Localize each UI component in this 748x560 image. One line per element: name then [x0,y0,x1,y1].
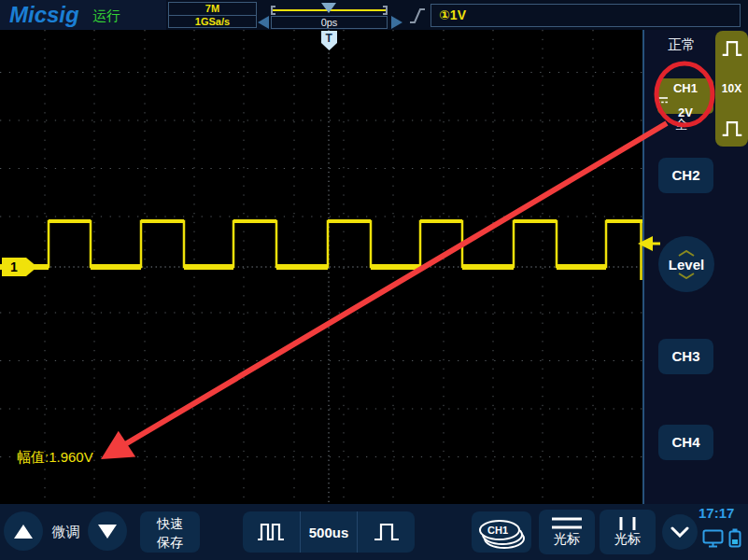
memory-depth: 7M [169,3,256,15]
chevron-down-icon [670,526,690,538]
cursor-v-label: 光标 [614,531,641,548]
fine-adjust-label: 微调 [45,504,87,560]
trigger-position-slider[interactable] [321,3,336,13]
acquisition-info-box[interactable]: 7M 1GSa/s [168,2,257,28]
ch1-label: CH1 [673,81,698,95]
probe-attenuation[interactable]: 10X [722,82,741,95]
svg-text:CH1: CH1 [487,525,508,536]
ch1-scale-button[interactable]: CH1 2V [657,78,713,114]
pan-right-icon[interactable] [391,16,402,29]
top-status-bar: Micsig 运行 7M 1GSa/s 0ps ①1V [0,0,748,30]
trigger-position-marker[interactable]: T [321,31,337,50]
battery-icon [728,528,741,548]
right-control-sidebar: 正常 CH1 2V 全 10X CH2 Level [642,30,748,504]
chevron-up-icon [676,250,697,257]
display-icon [702,529,724,548]
horizontal-position-bar[interactable] [271,3,388,15]
double-pulse-icon [256,522,286,542]
fine-adjust-down-button[interactable] [88,511,127,551]
ch4-button[interactable]: CH4 [658,425,713,460]
quick-save-line2: 保存 [140,533,200,552]
dc-coupling-icon [657,96,668,105]
ch2-button[interactable]: CH2 [658,158,713,193]
triangle-up-icon [14,525,33,539]
trigger-mode-status: 正常 [644,36,719,54]
chevron-down-icon [676,273,697,279]
waveform-layer: T 1 [0,30,642,504]
horizontal-position-value[interactable]: 0ps [271,16,388,29]
quick-save-button[interactable]: 快速 保存 [140,511,200,553]
cursor-h-label: 光标 [554,531,580,548]
trigger-source-display[interactable]: ①1V [430,4,741,27]
bracket-right-icon [383,6,388,15]
single-pulse-icon [373,522,401,542]
waveform-trace [0,221,642,267]
svg-text:1: 1 [10,259,18,274]
channel1-marker[interactable]: 1 [2,258,37,276]
horizontal-cursor-button[interactable]: 光标 [539,510,595,554]
timebase-group: 500us [243,511,415,553]
run-status-label: 运行 [92,7,120,25]
triangle-down-icon [98,525,117,539]
probe-panel: 10X [715,31,748,147]
bottom-toolbar: 微调 快速 保存 500us CH1 [0,504,748,560]
full-bandwidth-label: 全 [644,117,719,133]
timebase-zoom-in-button[interactable] [357,511,415,553]
waveform-display-area[interactable]: T 1 幅值:1.960V [0,30,642,504]
clock: 17:17 [699,505,745,521]
timebase-value[interactable]: 500us [300,511,358,553]
svg-text:T: T [326,32,333,45]
level-label: Level [669,257,704,273]
trigger-level-button[interactable]: Level [658,236,714,292]
sample-rate: 1GSa/s [169,15,256,27]
scale-up-waveform-icon[interactable] [721,38,743,59]
channel-selector-button[interactable]: CH1 [472,511,531,553]
fine-adjust-up-button[interactable] [4,511,43,551]
scale-down-waveform-icon[interactable] [721,119,743,139]
brand-logo: Micsig [9,2,79,28]
pan-left-icon[interactable] [258,16,269,29]
quick-save-line1: 快速 [140,514,200,533]
channel-stack-icon: CH1 [475,513,528,551]
system-icons [702,528,741,548]
oscilloscope-app: Micsig 运行 7M 1GSa/s 0ps ①1V [0,0,748,560]
horizontal-cursors-icon [550,516,584,531]
vertical-cursor-button[interactable]: 光标 [600,510,656,554]
vertical-cursors-icon [611,516,644,531]
logo-panel: Micsig 运行 [0,0,166,30]
amplitude-measurement: 幅值:1.960V [17,449,93,467]
collapse-menu-button[interactable] [662,514,698,550]
trigger-slope-icon[interactable] [409,7,426,25]
ch3-button[interactable]: CH3 [658,339,713,374]
timebase-zoom-out-button[interactable] [243,511,300,553]
